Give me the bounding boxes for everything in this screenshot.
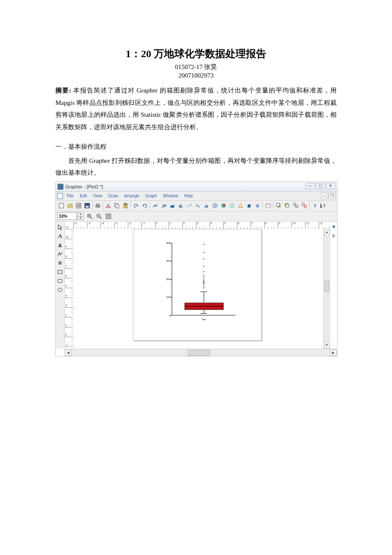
- cut-icon[interactable]: [104, 202, 112, 210]
- scatter-chart-icon[interactable]: [185, 202, 193, 210]
- svg-rect-20: [180, 204, 181, 208]
- window-controls: — ▢ ✕: [306, 183, 335, 189]
- minimize-button[interactable]: —: [306, 183, 315, 189]
- horizontal-scroll-thumb[interactable]: [188, 350, 210, 356]
- scroll-up-icon[interactable]: ▲: [324, 229, 330, 236]
- scroll-left-icon[interactable]: ◀: [65, 350, 72, 356]
- svg-rect-48: [302, 203, 304, 205]
- context-help-icon[interactable]: ?: [320, 202, 327, 210]
- svg-marker-18: [170, 204, 174, 208]
- paste-icon[interactable]: [121, 202, 129, 210]
- box-plot-icon[interactable]: [254, 202, 261, 210]
- rectangle-tool-icon[interactable]: [57, 269, 63, 275]
- grapher-screenshot: Grapher - [Plot2 *] — ▢ ✕ File Edit View…: [55, 182, 337, 356]
- menu-draw[interactable]: Draw: [105, 192, 121, 200]
- object-manager-icon[interactable]: [264, 202, 272, 210]
- vertical-scroll-thumb[interactable]: [324, 280, 329, 292]
- save-icon[interactable]: [83, 202, 91, 210]
- svg-rect-28: [207, 205, 208, 208]
- menu-arrange[interactable]: Arrange: [121, 192, 142, 200]
- zoom-spinner[interactable]: ▲ ▼: [78, 212, 84, 220]
- menu-window[interactable]: Window: [160, 192, 182, 200]
- vertical-scrollbar[interactable]: ▲ ▼: [323, 229, 330, 349]
- y-axis: [172, 243, 172, 315]
- ungroup-icon[interactable]: [300, 202, 308, 210]
- zoom-value-input[interactable]: 33%: [57, 212, 77, 220]
- drawing-canvas[interactable]: Na₂ 0100200300400+++++++++++++++: [73, 229, 324, 349]
- step-chart-icon[interactable]: [160, 202, 167, 210]
- zoom-toolbar: 33% ▲ ▼: [56, 211, 337, 222]
- svg-rect-43: [277, 203, 280, 206]
- svg-rect-8: [96, 205, 100, 207]
- document-title: 1：20 万地球化学数据处理报告: [55, 47, 337, 61]
- app-icon: [58, 184, 63, 190]
- line-chart-icon[interactable]: [151, 202, 159, 210]
- group-icon[interactable]: [292, 202, 300, 210]
- redo-icon[interactable]: [141, 202, 148, 210]
- polygon-tool-icon[interactable]: [57, 242, 63, 248]
- ternary-chart-icon[interactable]: [236, 202, 244, 210]
- rose-chart-icon[interactable]: [228, 202, 236, 210]
- svg-point-29: [213, 204, 217, 208]
- section-1-heading: 一．基本操作流程: [55, 141, 337, 153]
- close-button[interactable]: ✕: [326, 183, 335, 189]
- send-back-icon[interactable]: [283, 202, 291, 210]
- bar-chart-icon[interactable]: [177, 202, 184, 210]
- mdi-window-controls: — ❐: [321, 193, 336, 199]
- bring-front-icon[interactable]: [275, 202, 282, 210]
- zoom-down-icon[interactable]: ▼: [78, 217, 83, 220]
- menu-edit[interactable]: Edit: [77, 192, 90, 200]
- menu-help[interactable]: Help: [181, 192, 196, 200]
- polyline-tool-icon[interactable]: [57, 251, 63, 257]
- open-icon[interactable]: [66, 202, 74, 210]
- rounded-rect-tool-icon[interactable]: [57, 278, 63, 284]
- new-icon[interactable]: [58, 202, 65, 210]
- worksheet-icon[interactable]: [75, 202, 82, 210]
- pie-chart-icon[interactable]: [219, 202, 227, 210]
- pointer-tool-icon[interactable]: [57, 224, 63, 230]
- text-tool-icon[interactable]: A: [57, 233, 63, 239]
- zoom-up-icon[interactable]: ▲: [78, 213, 83, 217]
- copy-icon[interactable]: [113, 202, 121, 210]
- svg-text:?: ?: [323, 204, 326, 208]
- right-marker-icon: ◆: [332, 224, 335, 228]
- zoom-in-icon[interactable]: [86, 212, 93, 220]
- abstract-paragraph: 摘要: 本报告简述了通过对 Grapher 的箱图剔除异常值，统计出每个变量的平…: [55, 84, 337, 133]
- horizontal-ruler: -6-5-4-3-2-10123456789101112131415161718: [73, 222, 324, 229]
- area-chart-icon[interactable]: [168, 202, 176, 210]
- mdi-document-icon[interactable]: [56, 192, 64, 200]
- svg-rect-17: [124, 203, 127, 205]
- scroll-down-icon[interactable]: ▼: [324, 342, 330, 349]
- maximize-button[interactable]: ▢: [316, 183, 325, 189]
- svg-rect-59: [106, 214, 111, 219]
- svg-point-22: [187, 206, 188, 207]
- histogram-icon[interactable]: [202, 202, 210, 210]
- section-1-paragraph: 首先用 Grapher 打开秭归数据，对每个变量分别作箱图，再对每个变量降序等排…: [55, 155, 337, 179]
- zoom-out-icon[interactable]: [95, 212, 103, 220]
- svg-rect-9: [97, 204, 99, 205]
- scroll-right-icon[interactable]: ▶: [330, 350, 337, 356]
- print-icon[interactable]: [94, 202, 101, 210]
- menu-view[interactable]: View: [90, 192, 105, 200]
- mdi-restore-button[interactable]: ❐: [329, 193, 336, 199]
- ellipse-tool-icon[interactable]: [57, 287, 63, 293]
- function-chart-icon[interactable]: [194, 202, 202, 210]
- svg-point-30: [214, 205, 216, 207]
- main-toolbar: ? ?: [56, 201, 337, 211]
- svg-rect-26: [205, 206, 205, 208]
- polar-chart-icon[interactable]: [211, 202, 219, 210]
- menu-file[interactable]: File: [64, 192, 77, 200]
- undo-icon[interactable]: [132, 202, 140, 210]
- horizontal-scrollbar[interactable]: ◀ ▶: [64, 349, 337, 356]
- zoom-fit-icon[interactable]: [104, 212, 112, 220]
- help-icon[interactable]: ?: [311, 202, 319, 210]
- mdi-minimize-button[interactable]: —: [321, 193, 328, 199]
- 3d-chart-icon[interactable]: [245, 202, 253, 210]
- box-plot: Na₂ 0100200300400+++++++++++++++: [172, 243, 236, 315]
- menu-graph[interactable]: Graph: [142, 192, 160, 200]
- svg-rect-19: [179, 205, 180, 208]
- side-tool-palette: A: [56, 222, 65, 349]
- svg-rect-47: [296, 205, 298, 208]
- document-page: 1：20 万地球化学数据处理报告 015072-17 张昊 2007100297…: [0, 0, 392, 373]
- symbol-tool-icon[interactable]: [57, 260, 63, 266]
